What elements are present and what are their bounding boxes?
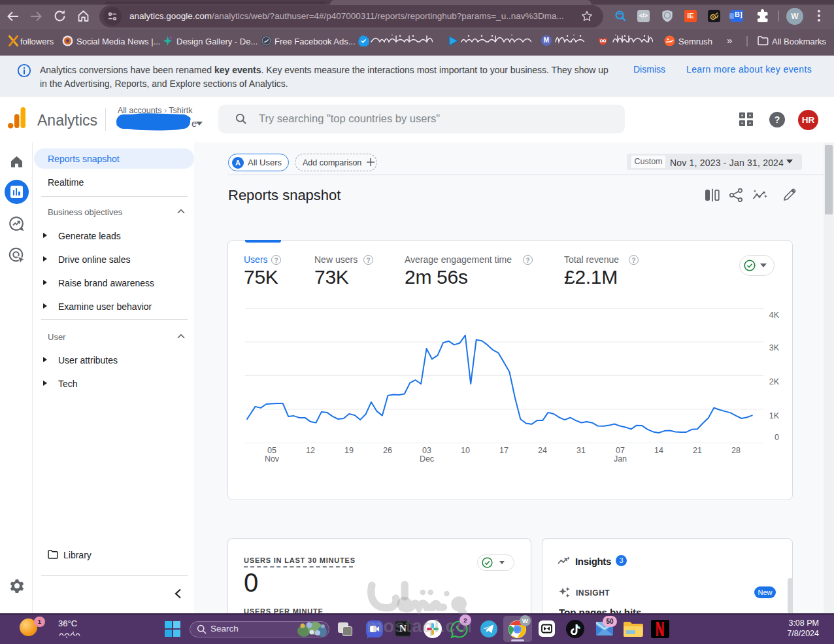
svg-text:24: 24 [538,446,547,455]
svg-text:Dec: Dec [420,454,434,464]
svg-text:1K: 1K [769,411,780,420]
svg-text:03: 03 [422,446,431,455]
svg-text:31: 31 [576,446,586,455]
svg-text:10: 10 [461,446,470,455]
svg-text:19: 19 [344,446,354,455]
svg-text:14: 14 [654,446,663,455]
svg-text:26: 26 [383,446,392,455]
svg-text:17: 17 [499,446,509,455]
svg-text:mostaql.com: mostaql.com [367,616,471,636]
svg-text:21: 21 [693,446,702,455]
svg-text:28: 28 [731,446,741,455]
svg-text:Jan: Jan [614,454,627,464]
svg-text:3K: 3K [769,343,780,352]
svg-text:4K: 4K [769,311,780,320]
svg-text:Nov: Nov [265,454,280,464]
svg-text:07: 07 [616,446,625,455]
svg-text:2K: 2K [769,377,780,386]
svg-text:05: 05 [267,446,276,455]
svg-text:0: 0 [775,433,779,442]
svg-text:12: 12 [306,446,315,455]
